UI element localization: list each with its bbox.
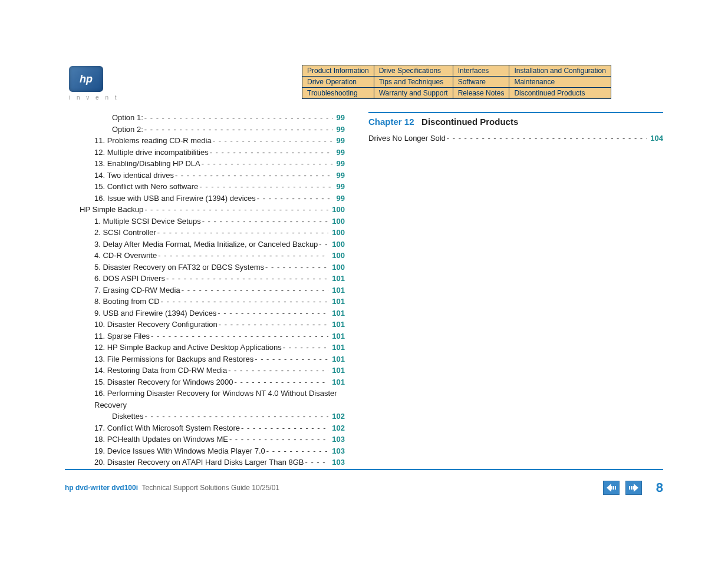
- toc-text: 16. Issue with USB and Firewire (1394) d…: [94, 193, 256, 204]
- toc-leader-dots: - - - - - - - - - - - - - - - - - - - - …: [209, 147, 333, 158]
- toc-text: 15. Disaster Recovery for Windows 2000: [94, 376, 233, 388]
- toc-leader-dots: - - - - - - - - - - - - - - - - - - - - …: [265, 445, 329, 457]
- toc-entry[interactable]: 17. Conflict With Microsoft System Resto…: [68, 422, 345, 434]
- toc-text: 6. DOS ASPI Drivers: [94, 273, 165, 285]
- toc-text: 14. Restoring Data from CD-RW Media: [94, 365, 227, 376]
- footer: hp dvd-writer dvd100i Technical Support …: [65, 480, 663, 495]
- toc-text: 19. Device Issues With Windows Media Pla…: [94, 445, 265, 457]
- toc-leader-dots: - - - - - - - - - - - - - - - - - - - - …: [218, 319, 328, 330]
- toc-page-number: 101: [328, 365, 345, 376]
- nav-link[interactable]: Drive Specifications: [374, 65, 453, 77]
- toc-leader-dots: - - - - - - - - - - - - - - - - - - - - …: [228, 434, 328, 445]
- toc-entry[interactable]: 7. Erasing CD-RW Media - - - - - - - - -…: [68, 285, 345, 296]
- nav-link[interactable]: Release Notes: [453, 88, 509, 99]
- toc-leader-dots: - - - - - - - - - - - - - - - - - - - - …: [227, 365, 328, 376]
- prev-page-button[interactable]: [603, 481, 620, 495]
- toc-page-number: 99: [333, 170, 345, 181]
- toc-text: 1. Multiple SCSI Device Setups: [94, 216, 201, 227]
- toc-text: 12. HP Simple Backup and Active Desktop …: [94, 342, 282, 353]
- toc-entry[interactable]: 12. HP Simple Backup and Active Desktop …: [68, 342, 345, 353]
- toc-page-number: 100: [328, 204, 345, 216]
- nav-link[interactable]: Drive Operation: [302, 77, 374, 88]
- toc-leader-dots: - - - - - - - - - - - - - - - - - - - - …: [282, 342, 329, 353]
- toc-entry[interactable]: 15. Conflict with Nero software - - - - …: [68, 181, 345, 193]
- logo-tagline: i n v e n t: [69, 94, 119, 101]
- toc-entry[interactable]: 3. Delay After Media Format, Media Initi…: [68, 239, 345, 250]
- toc-text: 10. Disaster Recovery Configuration: [94, 319, 218, 330]
- toc-page-number: 99: [333, 181, 345, 193]
- toc-text: 17. Conflict With Microsoft System Resto…: [94, 422, 240, 434]
- toc-leader-dots: - - - - - - - - - - - - - - - - - - - - …: [174, 170, 333, 181]
- toc-page-number: 100: [328, 216, 345, 227]
- toc-leader-dots: - - - - - - - - - - - - - - - - - - - - …: [264, 262, 328, 273]
- nav-link[interactable]: Interfaces: [453, 65, 509, 77]
- toc-text: HP Simple Backup: [80, 204, 143, 216]
- toc-entry[interactable]: Option 1: - - - - - - - - - - - - - - - …: [68, 112, 345, 124]
- footer-right: 8: [603, 480, 663, 495]
- toc-text: Option 2:: [112, 124, 143, 135]
- toc-text: 3. Delay After Media Format, Media Initi…: [94, 239, 318, 250]
- toc-entry[interactable]: 13. File Permissions for Backups and Res…: [68, 353, 345, 365]
- toc-leader-dots: - - - - - - - - - - - - - - - - - - - - …: [256, 193, 333, 204]
- toc-text: Option 1:: [112, 112, 143, 124]
- toc-entry[interactable]: 18. PCHealth Updates on Windows ME - - -…: [68, 434, 345, 445]
- toc-entry[interactable]: 16. Issue with USB and Firewire (1394) d…: [68, 193, 345, 204]
- toc-entry[interactable]: 13. Enabling/Disabling HP DLA - - - - - …: [68, 158, 345, 170]
- toc-leader-dots: - - - - - - - - - - - - - - - - - - - - …: [216, 308, 328, 319]
- nav-link[interactable]: Maintenance: [509, 77, 611, 88]
- toc-entry[interactable]: 4. CD-R Overwrite - - - - - - - - - - - …: [68, 250, 345, 262]
- toc-entry[interactable]: 10. Disaster Recovery Configuration - - …: [68, 319, 345, 330]
- nav-grid: Product InformationDrive SpecificationsI…: [302, 65, 611, 99]
- toc-entry[interactable]: 19. Device Issues With Windows Media Pla…: [68, 445, 345, 457]
- toc-page-number: 100: [328, 262, 345, 273]
- toc-entry-continuation[interactable]: Diskettes - - - - - - - - - - - - - - - …: [68, 411, 345, 422]
- toc-leader-dots: - - - - - - - - - - - - - - - - - - - - …: [143, 112, 333, 124]
- toc-leader-dots: - - - - - - - - - - - - - - - - - - - - …: [240, 422, 328, 434]
- toc-leader-dots: - - - - - - - - - - - - - - - - - - - - …: [156, 227, 329, 239]
- toc-entry[interactable]: 20. Disaster Recovery on ATAPI Hard Disk…: [68, 457, 345, 468]
- nav-link[interactable]: Tips and Techniques: [374, 77, 453, 88]
- toc-entry[interactable]: 14. Restoring Data from CD-RW Media - - …: [68, 365, 345, 376]
- next-page-button[interactable]: [625, 481, 642, 495]
- toc-entry[interactable]: HP Simple Backup - - - - - - - - - - - -…: [68, 204, 345, 216]
- logo-block: hp i n v e n t: [69, 66, 119, 101]
- toc-entry[interactable]: 6. DOS ASPI Drivers - - - - - - - - - - …: [68, 273, 345, 285]
- nav-link[interactable]: Product Information: [302, 65, 374, 77]
- toc-entry[interactable]: Option 2: - - - - - - - - - - - - - - - …: [68, 124, 345, 135]
- toc-leader-dots: - - - - - - - - - - - - - - - - - - - - …: [201, 216, 329, 227]
- toc-page-number: 101: [328, 308, 345, 319]
- toc-page-number: 101: [328, 353, 345, 365]
- nav-link[interactable]: Software: [453, 77, 509, 88]
- toc-left-column: Option 1: - - - - - - - - - - - - - - - …: [68, 112, 345, 468]
- toc-entry[interactable]: 11. Problems reading CD-R media - - - - …: [68, 135, 345, 147]
- toc-entry[interactable]: 9. USB and Firewire (1394) Devices - - -…: [68, 308, 345, 319]
- toc-page-number: 103: [328, 445, 345, 457]
- nav-link[interactable]: Installation and Configuration: [509, 65, 611, 77]
- toc-entry[interactable]: Drives No Longer Sold - - - - - - - - - …: [368, 133, 663, 144]
- toc-page-number: 101: [328, 376, 345, 388]
- toc-entry[interactable]: 15. Disaster Recovery for Windows 2000 -…: [68, 376, 345, 388]
- toc-entry[interactable]: 16. Performing Disaster Recovery for Win…: [68, 388, 345, 411]
- toc-entry[interactable]: 1. Multiple SCSI Device Setups - - - - -…: [68, 216, 345, 227]
- toc-page-number: 99: [333, 135, 345, 147]
- toc-leader-dots: - - - - - - - - - - - - - - - - - - - - …: [143, 124, 333, 135]
- chapter-number[interactable]: Chapter 12: [368, 117, 414, 127]
- toc-entry[interactable]: 5. Disaster Recovery on FAT32 or DBCS Sy…: [68, 262, 345, 273]
- toc-entry[interactable]: 14. Two identical drives - - - - - - - -…: [68, 170, 345, 181]
- toc-text: 18. PCHealth Updates on Windows ME: [94, 434, 228, 445]
- toc-leader-dots: - - - - - - - - - - - - - - - - - - - - …: [200, 158, 333, 170]
- toc-entry[interactable]: 8. Booting from CD - - - - - - - - - - -…: [68, 296, 345, 308]
- toc-entry[interactable]: 11. Sparse Files - - - - - - - - - - - -…: [68, 330, 345, 342]
- toc-page-number: 100: [328, 239, 345, 250]
- toc-entry[interactable]: 12. Multiple drive incompatibilities - -…: [68, 147, 345, 158]
- nav-link[interactable]: Troubleshooting: [302, 88, 374, 99]
- toc-text: 7. Erasing CD-RW Media: [94, 285, 180, 296]
- toc-entry[interactable]: 2. SCSI Controller - - - - - - - - - - -…: [68, 227, 345, 239]
- toc-page-number: 99: [333, 158, 345, 170]
- nav-link[interactable]: Warranty and Support: [374, 88, 453, 99]
- toc-page-number: 101: [328, 273, 345, 285]
- toc-text: 5. Disaster Recovery on FAT32 or DBCS Sy…: [94, 262, 264, 273]
- toc-leader-dots: - - - - - - - - - - - - - - - - - - - - …: [304, 457, 328, 468]
- toc-page-number: 102: [328, 422, 345, 434]
- nav-link[interactable]: Discontinued Products: [509, 88, 611, 99]
